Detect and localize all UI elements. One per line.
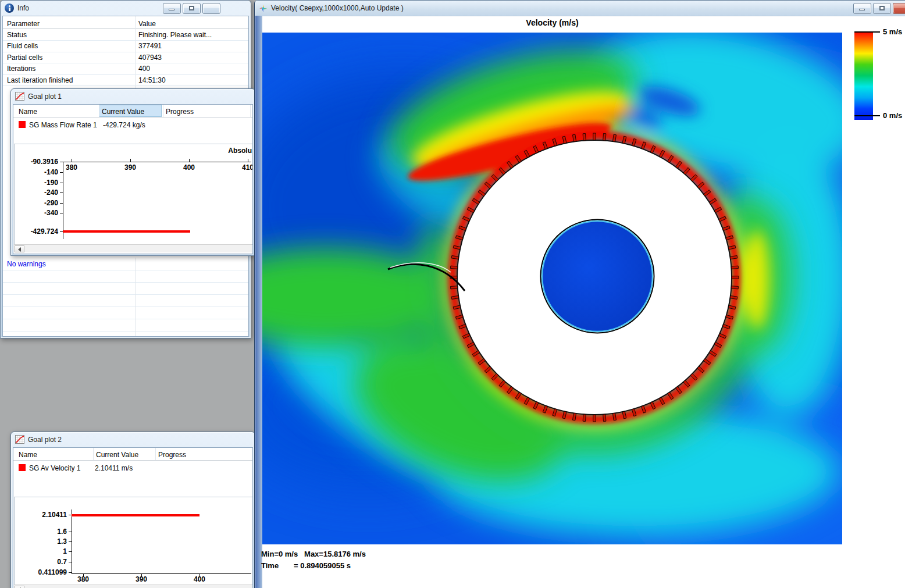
row-separator bbox=[3, 270, 248, 270]
velocity-window-title: Velocity( Сверху,1000x1000,Auto Update ) bbox=[271, 4, 404, 12]
restore-button[interactable] bbox=[873, 3, 891, 14]
gp1-col-current-value[interactable]: Current Value bbox=[102, 108, 144, 116]
gp2-col-name[interactable]: Name bbox=[19, 451, 37, 459]
warnings-list: No warnings bbox=[3, 258, 248, 337]
header-divider bbox=[3, 28, 248, 29]
velocity-window-controls bbox=[851, 3, 905, 14]
goal-current-value: 2.10411 m/s bbox=[95, 464, 133, 472]
row-separator bbox=[3, 294, 248, 295]
colorbar-max-tick bbox=[854, 31, 880, 33]
info-window-controls bbox=[161, 3, 220, 14]
hub bbox=[542, 221, 653, 332]
header-divider bbox=[13, 117, 252, 117]
minimize-icon bbox=[169, 9, 174, 10]
info-row-value: 14:51:30 bbox=[138, 76, 166, 84]
column-divider bbox=[99, 105, 99, 117]
info-row-parameter: Partial cells bbox=[7, 54, 42, 62]
goal-current-value: -429.724 kg/s bbox=[103, 121, 145, 129]
info-row-value: 377491 bbox=[138, 42, 162, 50]
minimize-icon bbox=[859, 9, 865, 10]
goal-plot-2-window: Goal plot 2 Name Current Value Progress … bbox=[10, 432, 255, 588]
flow-field-svg bbox=[262, 33, 842, 544]
goal-plot-icon bbox=[15, 435, 24, 444]
colorbar bbox=[854, 31, 873, 120]
goal-plot-1-chart: Absolu bbox=[14, 144, 253, 245]
gp1-col-name[interactable]: Name bbox=[19, 108, 37, 116]
header-divider bbox=[13, 460, 252, 461]
velocity-plot-title: Velocity (m/s) bbox=[262, 18, 842, 27]
info-icon bbox=[5, 3, 14, 13]
minmax-status: Min=0 m/s Max=15.8176 m/s bbox=[261, 550, 366, 558]
goal-plot-icon bbox=[15, 92, 24, 101]
goal-plot-2-titlebar[interactable]: Goal plot 2 bbox=[11, 432, 255, 447]
velocity-window: Velocity( Сверху,1000x1000,Auto Update )… bbox=[254, 0, 905, 588]
goal-plot-2-title: Goal plot 2 bbox=[28, 436, 62, 444]
time-value: = 0.894059055 s bbox=[294, 561, 351, 570]
info-row-parameter: Status bbox=[7, 31, 27, 39]
column-divider bbox=[135, 16, 136, 89]
time-label: Time bbox=[261, 561, 279, 570]
warning-row-text: No warnings bbox=[7, 260, 46, 268]
gp1-col-progress[interactable]: Progress bbox=[166, 108, 194, 116]
goal-plot-2-chart bbox=[14, 497, 253, 585]
colorbar-max-label: 5 m/s bbox=[883, 27, 902, 36]
gp2-col-progress[interactable]: Progress bbox=[158, 451, 186, 459]
info-row-parameter: Iterations bbox=[7, 65, 35, 73]
warnings-column-divider bbox=[135, 258, 136, 337]
info-row-value: 400 bbox=[138, 65, 150, 73]
close-button[interactable] bbox=[893, 3, 905, 14]
row-separator bbox=[3, 331, 248, 332]
row-separator bbox=[3, 319, 248, 319]
velocity-flow-field bbox=[262, 33, 842, 544]
column-divider bbox=[163, 105, 163, 117]
close-button[interactable] bbox=[202, 3, 220, 14]
column-divider bbox=[93, 448, 94, 460]
velocity-window-icon bbox=[259, 4, 268, 13]
colorbar-min-label: 0 m/s bbox=[883, 111, 902, 120]
goal-name[interactable]: SG Mass Flow Rate 1 bbox=[29, 121, 97, 129]
info-row-parameter: Fluid cells bbox=[7, 42, 38, 50]
velocity-window-left-border bbox=[255, 16, 262, 588]
gp2-horizontal-scrollbar[interactable] bbox=[14, 585, 252, 588]
row-separator bbox=[3, 52, 248, 52]
info-window-title: Info bbox=[17, 4, 29, 12]
column-divider bbox=[155, 448, 156, 460]
row-separator bbox=[3, 63, 248, 63]
goal-plot-2-body: Name Current Value Progress SG Av Veloci… bbox=[13, 447, 253, 588]
row-separator bbox=[3, 40, 248, 41]
colorbar-min-tick bbox=[854, 115, 880, 116]
row-separator bbox=[3, 307, 248, 307]
goal-color-swatch bbox=[19, 121, 26, 128]
info-col-parameter[interactable]: Parameter bbox=[7, 20, 40, 28]
goal-plot-1-title: Goal plot 1 bbox=[28, 92, 62, 101]
info-col-value[interactable]: Value bbox=[138, 20, 156, 28]
row-separator bbox=[3, 74, 248, 75]
goal-plot-1-titlebar[interactable]: Goal plot 1 bbox=[11, 89, 255, 104]
goal-plot-1-window: Goal plot 1 Name Current Value Progress … bbox=[10, 88, 255, 256]
minimize-button[interactable] bbox=[853, 3, 871, 14]
restore-button[interactable] bbox=[183, 3, 201, 14]
velocity-window-titlebar[interactable]: Velocity( Сверху,1000x1000,Auto Update ) bbox=[255, 1, 905, 16]
gp1-horizontal-scrollbar[interactable] bbox=[14, 244, 252, 252]
goal-name[interactable]: SG Av Velocity 1 bbox=[29, 464, 81, 472]
gp2-col-current-value[interactable]: Current Value bbox=[96, 451, 138, 459]
minimize-button[interactable] bbox=[163, 3, 181, 14]
goal-plot-1-body: Name Current Value Progress SG Mass Flow… bbox=[13, 104, 253, 254]
restore-icon bbox=[189, 6, 194, 10]
column-divider bbox=[250, 105, 251, 117]
desktop: Info Parameter Value StatusFinishing. Pl… bbox=[0, 0, 905, 588]
info-row-value: 407943 bbox=[138, 54, 162, 62]
arrow-left-icon bbox=[18, 247, 21, 252]
scroll-left-button[interactable] bbox=[15, 586, 24, 588]
chart-mode-label: Absolu bbox=[228, 147, 252, 155]
info-row-parameter: Last iteration finished bbox=[7, 76, 73, 84]
goal-color-swatch bbox=[19, 464, 26, 471]
restore-icon bbox=[879, 6, 885, 10]
info-row-value: Finishing. Please wait... bbox=[138, 31, 212, 39]
scroll-left-button[interactable] bbox=[15, 245, 24, 252]
row-separator bbox=[3, 85, 248, 86]
row-separator bbox=[3, 282, 248, 283]
